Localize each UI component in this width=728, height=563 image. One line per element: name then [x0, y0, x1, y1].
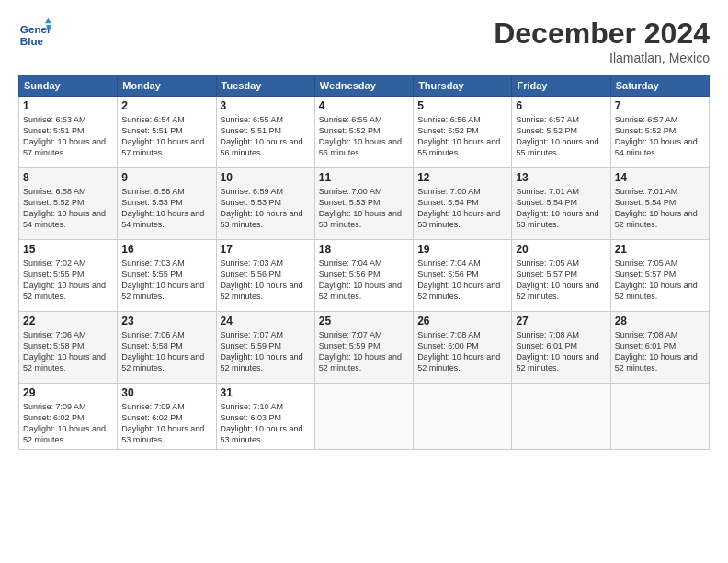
day-info: Sunrise: 7:05 AM Sunset: 5:57 PM Dayligh… [615, 258, 705, 303]
table-row: 1 Sunrise: 6:53 AM Sunset: 5:51 PM Dayli… [19, 97, 118, 168]
day-number: 16 [121, 243, 211, 256]
table-row: 4 Sunrise: 6:55 AM Sunset: 5:52 PM Dayli… [314, 97, 413, 168]
table-row: 31 Sunrise: 7:10 AM Sunset: 6:03 PM Dayl… [216, 384, 314, 450]
table-row: 11 Sunrise: 7:00 AM Sunset: 5:53 PM Dayl… [314, 168, 413, 240]
day-number: 5 [417, 99, 507, 112]
day-info: Sunrise: 7:08 AM Sunset: 6:01 PM Dayligh… [615, 329, 705, 374]
table-row: 23 Sunrise: 7:06 AM Sunset: 5:58 PM Dayl… [118, 312, 216, 384]
calendar-week-row: 15 Sunrise: 7:02 AM Sunset: 5:55 PM Dayl… [19, 240, 710, 312]
day-number: 24 [221, 315, 311, 327]
day-number: 15 [23, 243, 113, 256]
table-row: 12 Sunrise: 7:00 AM Sunset: 5:54 PM Dayl… [414, 168, 512, 240]
day-info: Sunrise: 7:04 AM Sunset: 5:56 PM Dayligh… [319, 258, 409, 303]
day-number: 27 [516, 315, 606, 327]
day-number: 31 [221, 386, 311, 399]
day-info: Sunrise: 7:03 AM Sunset: 5:55 PM Dayligh… [121, 258, 211, 303]
day-number: 14 [615, 171, 705, 184]
day-number: 3 [221, 99, 311, 112]
day-number: 29 [23, 386, 113, 399]
day-number: 19 [417, 243, 507, 256]
col-saturday: Saturday [610, 75, 709, 97]
day-number: 17 [221, 243, 311, 256]
day-number: 22 [23, 315, 113, 327]
day-number: 26 [417, 315, 507, 327]
table-row: 22 Sunrise: 7:06 AM Sunset: 5:58 PM Dayl… [19, 312, 118, 384]
day-info: Sunrise: 7:06 AM Sunset: 5:58 PM Dayligh… [23, 329, 113, 374]
day-number: 12 [417, 171, 507, 184]
calendar: Sunday Monday Tuesday Wednesday Thursday… [18, 75, 710, 450]
svg-marker-3 [47, 25, 51, 29]
col-friday: Friday [512, 75, 610, 97]
table-row: 10 Sunrise: 6:59 AM Sunset: 5:53 PM Dayl… [216, 168, 314, 240]
table-row: 13 Sunrise: 7:01 AM Sunset: 5:54 PM Dayl… [512, 168, 610, 240]
table-row: 28 Sunrise: 7:08 AM Sunset: 6:01 PM Dayl… [610, 312, 709, 384]
day-info: Sunrise: 6:57 AM Sunset: 5:52 PM Dayligh… [615, 114, 705, 159]
day-number: 13 [516, 171, 606, 184]
day-info: Sunrise: 6:55 AM Sunset: 5:52 PM Dayligh… [319, 114, 409, 159]
svg-text:Blue: Blue [20, 35, 44, 47]
table-row [610, 384, 709, 450]
day-number: 28 [615, 315, 705, 327]
table-row: 5 Sunrise: 6:56 AM Sunset: 5:52 PM Dayli… [414, 97, 512, 168]
day-info: Sunrise: 7:00 AM Sunset: 5:54 PM Dayligh… [417, 186, 507, 231]
day-info: Sunrise: 7:09 AM Sunset: 6:02 PM Dayligh… [121, 401, 211, 446]
table-row: 29 Sunrise: 7:09 AM Sunset: 6:02 PM Dayl… [19, 384, 118, 450]
logo: General Blue [18, 17, 55, 50]
day-number: 1 [23, 99, 113, 112]
day-info: Sunrise: 6:56 AM Sunset: 5:52 PM Dayligh… [417, 114, 507, 159]
day-info: Sunrise: 7:08 AM Sunset: 6:01 PM Dayligh… [516, 329, 606, 374]
table-row: 14 Sunrise: 7:01 AM Sunset: 5:54 PM Dayl… [610, 168, 709, 240]
day-number: 8 [23, 171, 113, 184]
calendar-header-row: Sunday Monday Tuesday Wednesday Thursday… [19, 75, 710, 97]
table-row: 3 Sunrise: 6:55 AM Sunset: 5:51 PM Dayli… [216, 97, 314, 168]
day-info: Sunrise: 6:58 AM Sunset: 5:52 PM Dayligh… [23, 186, 113, 231]
day-info: Sunrise: 7:01 AM Sunset: 5:54 PM Dayligh… [615, 186, 705, 231]
table-row: 17 Sunrise: 7:03 AM Sunset: 5:56 PM Dayl… [216, 240, 314, 312]
calendar-week-row: 8 Sunrise: 6:58 AM Sunset: 5:52 PM Dayli… [19, 168, 710, 240]
table-row: 25 Sunrise: 7:07 AM Sunset: 5:59 PM Dayl… [314, 312, 413, 384]
day-info: Sunrise: 7:02 AM Sunset: 5:55 PM Dayligh… [23, 258, 113, 303]
table-row: 30 Sunrise: 7:09 AM Sunset: 6:02 PM Dayl… [118, 384, 216, 450]
day-info: Sunrise: 7:06 AM Sunset: 5:58 PM Dayligh… [121, 329, 211, 374]
page: General Blue December 2024 Ilamatlan, Me… [0, 0, 728, 563]
table-row [512, 384, 610, 450]
day-number: 4 [319, 99, 409, 112]
day-number: 25 [319, 315, 409, 327]
header: General Blue December 2024 Ilamatlan, Me… [18, 17, 710, 65]
table-row: 21 Sunrise: 7:05 AM Sunset: 5:57 PM Dayl… [610, 240, 709, 312]
table-row: 16 Sunrise: 7:03 AM Sunset: 5:55 PM Dayl… [118, 240, 216, 312]
col-tuesday: Tuesday [216, 75, 314, 97]
day-info: Sunrise: 7:07 AM Sunset: 5:59 PM Dayligh… [319, 329, 409, 374]
day-number: 6 [516, 99, 606, 112]
day-info: Sunrise: 6:57 AM Sunset: 5:52 PM Dayligh… [516, 114, 606, 159]
col-sunday: Sunday [19, 75, 118, 97]
day-info: Sunrise: 6:59 AM Sunset: 5:53 PM Dayligh… [221, 186, 311, 231]
day-number: 9 [121, 171, 211, 184]
day-info: Sunrise: 6:58 AM Sunset: 5:53 PM Dayligh… [121, 186, 211, 231]
day-info: Sunrise: 6:54 AM Sunset: 5:51 PM Dayligh… [121, 114, 211, 159]
day-number: 10 [221, 171, 311, 184]
table-row: 6 Sunrise: 6:57 AM Sunset: 5:52 PM Dayli… [512, 97, 610, 168]
location: Ilamatlan, Mexico [494, 51, 710, 65]
calendar-week-row: 29 Sunrise: 7:09 AM Sunset: 6:02 PM Dayl… [19, 384, 710, 450]
table-row [414, 384, 512, 450]
day-info: Sunrise: 7:04 AM Sunset: 5:56 PM Dayligh… [417, 258, 507, 303]
day-info: Sunrise: 7:07 AM Sunset: 5:59 PM Dayligh… [221, 329, 311, 374]
svg-marker-2 [45, 18, 51, 23]
col-wednesday: Wednesday [314, 75, 413, 97]
day-number: 18 [319, 243, 409, 256]
col-monday: Monday [118, 75, 216, 97]
table-row: 19 Sunrise: 7:04 AM Sunset: 5:56 PM Dayl… [414, 240, 512, 312]
table-row: 7 Sunrise: 6:57 AM Sunset: 5:52 PM Dayli… [610, 97, 709, 168]
logo-icon: General Blue [18, 17, 51, 50]
day-number: 30 [121, 386, 211, 399]
day-info: Sunrise: 6:55 AM Sunset: 5:51 PM Dayligh… [221, 114, 311, 159]
table-row: 8 Sunrise: 6:58 AM Sunset: 5:52 PM Dayli… [19, 168, 118, 240]
day-info: Sunrise: 7:00 AM Sunset: 5:53 PM Dayligh… [319, 186, 409, 231]
table-row: 15 Sunrise: 7:02 AM Sunset: 5:55 PM Dayl… [19, 240, 118, 312]
day-number: 2 [121, 99, 211, 112]
day-number: 11 [319, 171, 409, 184]
table-row [314, 384, 413, 450]
month-title: December 2024 [494, 17, 710, 51]
table-row: 27 Sunrise: 7:08 AM Sunset: 6:01 PM Dayl… [512, 312, 610, 384]
